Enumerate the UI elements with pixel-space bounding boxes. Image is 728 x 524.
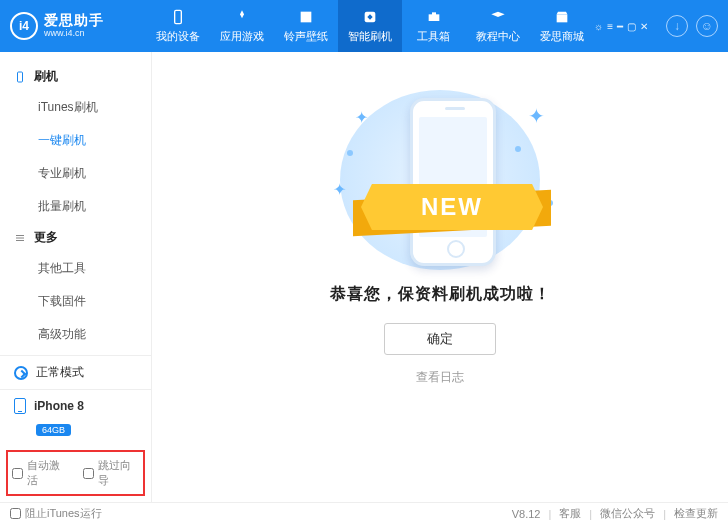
footer-link-wechat[interactable]: 微信公众号 — [600, 506, 655, 521]
sparkle-icon: ✦ — [333, 180, 346, 199]
tab-label: 我的设备 — [156, 29, 200, 44]
apps-icon — [233, 8, 251, 26]
new-ribbon: NEW — [361, 184, 543, 230]
tab-label: 教程中心 — [476, 29, 520, 44]
dot-icon — [515, 146, 521, 152]
separator: | — [663, 508, 666, 520]
toolbox-icon — [425, 8, 443, 26]
sidebar-list-more: 其他工具 下载固件 高级功能 — [0, 252, 151, 351]
phone-icon — [14, 71, 26, 83]
status-bar: 阻止iTunes运行 V8.12 | 客服 | 微信公众号 | 检查更新 — [0, 502, 728, 524]
svg-rect-1 — [301, 12, 312, 23]
separator: | — [589, 508, 592, 520]
footer-link-update[interactable]: 检查更新 — [674, 506, 718, 521]
auto-activate-label: 自动激活 — [27, 458, 69, 488]
view-log-link[interactable]: 查看日志 — [416, 369, 464, 386]
sidebar-item-batch-flash[interactable]: 批量刷机 — [0, 190, 151, 223]
mode-label: 正常模式 — [36, 364, 84, 381]
download-button[interactable]: ↓ — [666, 15, 688, 37]
window-controls: ☼ ≡ ━ ▢ ✕ — [594, 21, 648, 32]
flash-icon — [361, 8, 379, 26]
mode-icon — [14, 366, 28, 380]
sidebar-section-flash: 刷机 — [0, 62, 151, 91]
device-mode-row[interactable]: 正常模式 — [0, 356, 151, 390]
sidebar-item-download-fw[interactable]: 下载固件 — [0, 285, 151, 318]
store-icon — [553, 8, 571, 26]
main-panel: ✦ ✦ ✦ NEW 恭喜您，保资料刷机成功啦！ 确定 查看日志 — [152, 52, 728, 502]
confirm-button[interactable]: 确定 — [384, 323, 496, 355]
auto-activate-checkbox[interactable]: 自动激活 — [12, 458, 69, 488]
device-name: iPhone 8 — [34, 399, 84, 413]
svg-rect-5 — [557, 14, 568, 22]
sidebar-item-othertools[interactable]: 其他工具 — [0, 252, 151, 285]
menu-icon[interactable]: ≡ — [607, 21, 613, 32]
sidebar: 刷机 iTunes刷机 一键刷机 专业刷机 批量刷机 更多 其他工具 下载固件 … — [0, 52, 152, 502]
brand-url: www.i4.cn — [44, 29, 104, 39]
capacity-badge: 64GB — [36, 424, 71, 436]
svg-rect-6 — [18, 72, 23, 82]
tab-toolbox[interactable]: 工具箱 — [402, 0, 466, 52]
version-label: V8.12 — [512, 508, 541, 520]
device-row[interactable]: iPhone 8 — [0, 390, 151, 422]
svg-rect-3 — [429, 14, 440, 21]
top-tabs: 我的设备 应用游戏 铃声壁纸 智能刷机 工具箱 教程中心 爱思商城 — [146, 0, 594, 52]
sparkle-icon: ✦ — [528, 104, 545, 128]
svg-rect-0 — [175, 10, 182, 23]
sidebar-item-itunes-flash[interactable]: iTunes刷机 — [0, 91, 151, 124]
block-itunes-input[interactable] — [10, 508, 21, 519]
svg-rect-8 — [16, 237, 24, 238]
device-capacity-wrap: 64GB — [0, 422, 151, 444]
sidebar-list-flash: iTunes刷机 一键刷机 专业刷机 批量刷机 — [0, 91, 151, 223]
skip-guide-input[interactable] — [83, 468, 94, 479]
tab-label: 工具箱 — [417, 29, 450, 44]
sparkle-icon: ✦ — [355, 108, 368, 127]
svg-rect-7 — [16, 235, 24, 236]
brand-name: 爱思助手 — [44, 13, 104, 28]
tab-my-device[interactable]: 我的设备 — [146, 0, 210, 52]
svg-rect-4 — [432, 12, 436, 15]
tab-apps[interactable]: 应用游戏 — [210, 0, 274, 52]
sidebar-item-pro-flash[interactable]: 专业刷机 — [0, 157, 151, 190]
close-icon[interactable]: ✕ — [640, 21, 648, 32]
app-header: i4 爱思助手 www.i4.cn 我的设备 应用游戏 铃声壁纸 智能刷机 工具… — [0, 0, 728, 52]
sidebar-scroll: 刷机 iTunes刷机 一键刷机 专业刷机 批量刷机 更多 其他工具 下载固件 … — [0, 52, 151, 355]
logo-icon: i4 — [10, 12, 38, 40]
skip-guide-checkbox[interactable]: 跳过向导 — [83, 458, 140, 488]
tab-label: 应用游戏 — [220, 29, 264, 44]
sidebar-bottom: 正常模式 iPhone 8 64GB 自动激活 跳过向导 — [0, 355, 151, 502]
app-body: 刷机 iTunes刷机 一键刷机 专业刷机 批量刷机 更多 其他工具 下载固件 … — [0, 52, 728, 502]
sidebar-section-more: 更多 — [0, 223, 151, 252]
phone-illustration — [410, 98, 496, 266]
phone-icon — [14, 398, 26, 414]
auto-activate-input[interactable] — [12, 468, 23, 479]
success-message: 恭喜您，保资料刷机成功啦！ — [330, 284, 551, 305]
maximize-icon[interactable]: ▢ — [627, 21, 636, 32]
sidebar-item-oneclick-flash[interactable]: 一键刷机 — [0, 124, 151, 157]
wallpaper-icon — [297, 8, 315, 26]
list-icon — [14, 232, 26, 244]
block-itunes-checkbox[interactable]: 阻止iTunes运行 — [10, 506, 102, 521]
tab-store[interactable]: 爱思商城 — [530, 0, 594, 52]
separator: | — [548, 508, 551, 520]
success-illustration: ✦ ✦ ✦ NEW — [325, 80, 555, 270]
skip-guide-label: 跳过向导 — [98, 458, 140, 488]
options-highlighted: 自动激活 跳过向导 — [6, 450, 145, 496]
sidebar-item-advanced[interactable]: 高级功能 — [0, 318, 151, 351]
minimize-icon[interactable]: ━ — [617, 21, 623, 32]
user-button[interactable]: ☺ — [696, 15, 718, 37]
phone-icon — [169, 8, 187, 26]
footer-link-support[interactable]: 客服 — [559, 506, 581, 521]
footer-right: V8.12 | 客服 | 微信公众号 | 检查更新 — [512, 506, 718, 521]
block-itunes-label: 阻止iTunes运行 — [25, 506, 102, 521]
tab-flash[interactable]: 智能刷机 — [338, 0, 402, 52]
tab-label: 爱思商城 — [540, 29, 584, 44]
tab-tutorials[interactable]: 教程中心 — [466, 0, 530, 52]
section-title: 更多 — [34, 229, 58, 246]
tab-label: 铃声壁纸 — [284, 29, 328, 44]
logo-block: i4 爱思助手 www.i4.cn — [0, 12, 146, 40]
tab-ringtones[interactable]: 铃声壁纸 — [274, 0, 338, 52]
skin-icon[interactable]: ☼ — [594, 21, 603, 32]
header-right: ☼ ≡ ━ ▢ ✕ ↓ ☺ — [594, 15, 728, 37]
tab-label: 智能刷机 — [348, 29, 392, 44]
svg-rect-9 — [16, 240, 24, 241]
